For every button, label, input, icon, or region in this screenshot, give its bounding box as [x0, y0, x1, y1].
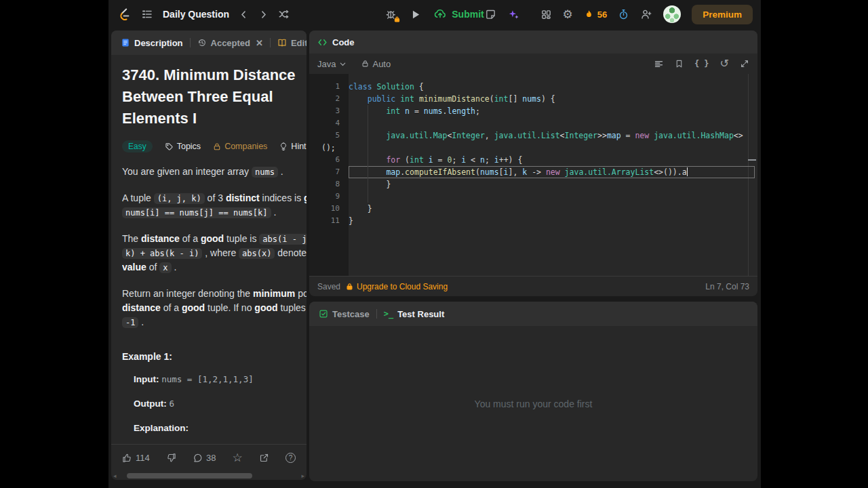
description-paragraphs: You are given an integer array nums .A t…: [122, 165, 307, 329]
next-question-icon[interactable]: [258, 9, 269, 20]
code-editor[interactable]: 1class Solution {2 public int minimumDis…: [309, 74, 757, 276]
thumbs-down-icon: [166, 453, 176, 463]
format-code-icon[interactable]: [654, 59, 664, 69]
text-line: Return an integer denoting the minimum p…: [122, 287, 307, 301]
code-line[interactable]: 9: [309, 190, 757, 203]
feedback-help-icon[interactable]: ?: [285, 453, 296, 463]
like-count: 114: [136, 453, 150, 463]
premium-button[interactable]: Premium: [692, 5, 753, 24]
favorite-star-icon[interactable]: ☆: [233, 452, 243, 464]
paragraph: A tuple (i, j, k) of 3 distinct indices …: [122, 191, 307, 220]
problem-list-icon[interactable]: [141, 8, 153, 20]
share-icon[interactable]: [259, 453, 269, 463]
tab-accepted[interactable]: Accepted ✕: [195, 38, 266, 48]
settings-gear-icon[interactable]: ⚙: [563, 9, 573, 20]
problem-title: 3740. Minimum Distance Between Three Equ…: [122, 64, 307, 129]
code-line[interactable]: 3 int n = nums.length;: [309, 105, 757, 117]
scroll-left-icon[interactable]: ◂: [113, 472, 119, 479]
code-line[interactable]: 2 public int minimumDistance(int[] nums)…: [309, 93, 757, 105]
example-line: Explanation:: [134, 422, 307, 436]
text-line: k) + abs(k - i) , where abs(x) denotes t…: [122, 246, 307, 260]
topics-tag[interactable]: Topics: [165, 142, 201, 151]
fullscreen-icon[interactable]: [740, 59, 749, 68]
code-panel-header: Code: [309, 30, 757, 54]
streak-count: 56: [597, 9, 607, 20]
add-user-icon[interactable]: [640, 8, 652, 20]
dislike-button[interactable]: [166, 453, 176, 463]
editor-status-bar: Saved Upgrade to Cloud Saving Ln 7, Col …: [309, 276, 757, 296]
example-block: Input: nums = [1,2,1,1,3]Output: 6Explan…: [134, 373, 307, 436]
debug-icon[interactable]: [385, 8, 397, 20]
code-line[interactable]: 10 }: [309, 203, 757, 215]
comment-count: 38: [206, 453, 216, 463]
line-number: 10: [309, 203, 349, 215]
lock-icon: [361, 60, 369, 68]
scrollbar-track[interactable]: [119, 473, 299, 479]
line-number: 5: [309, 129, 349, 142]
scroll-right-icon[interactable]: ▸: [299, 472, 304, 479]
streak-counter[interactable]: 56: [584, 9, 607, 20]
companies-tag[interactable]: Companies: [213, 142, 267, 151]
line-number: 7: [309, 166, 349, 178]
language-select[interactable]: Java: [317, 59, 347, 69]
code-line[interactable]: 8 }: [309, 178, 757, 190]
code-panel: Code Java Auto { } ↺: [309, 30, 757, 296]
description-doc-icon: [121, 38, 130, 47]
like-button[interactable]: 114: [122, 453, 150, 463]
line-number: 4: [309, 117, 349, 129]
layout-grid-icon[interactable]: [540, 9, 552, 20]
notes-icon[interactable]: [485, 9, 496, 20]
letterbox-background: Daily Question: [0, 0, 868, 488]
horizontal-scrollbar[interactable]: ◂ ▸: [111, 471, 307, 480]
description-tabbar: Description Accepted ✕ Editorial: [111, 30, 307, 55]
text-cursor: [687, 167, 688, 176]
text-line: nums[i] == nums[j] == nums[k] .: [122, 205, 307, 220]
comment-bubble-icon: [193, 453, 203, 463]
reset-code-icon[interactable]: ↺: [720, 58, 729, 69]
code-panel-title: Code: [332, 37, 355, 47]
run-icon[interactable]: [410, 9, 421, 20]
check-square-icon: [319, 309, 328, 319]
hint-tag[interactable]: Hint: [279, 142, 306, 151]
code-line[interactable]: 6 for (int i = 0; i < n; i++) {: [309, 154, 757, 166]
submit-button[interactable]: Submit: [433, 7, 484, 21]
difficulty-badge[interactable]: Easy: [122, 140, 153, 152]
ai-sparkles-icon[interactable]: [507, 8, 520, 21]
cursor-position: Ln 7, Col 73: [705, 282, 749, 291]
code-line[interactable]: 4: [309, 117, 757, 129]
description-panel: Description Accepted ✕ Editorial 3740. M…: [111, 30, 307, 480]
auto-toggle[interactable]: Auto: [361, 59, 391, 69]
leetcode-logo-icon[interactable]: [117, 7, 132, 22]
paragraph: Return an integer denoting the minimum p…: [122, 287, 307, 329]
upgrade-cloud-saving-link[interactable]: Upgrade to Cloud Saving: [346, 282, 448, 291]
line-number: 9: [309, 190, 349, 203]
tab-testcase[interactable]: Testcase: [316, 309, 372, 319]
lock-icon: [346, 283, 353, 291]
divider: [270, 38, 271, 47]
editor-toolbar: Java Auto { } ↺: [309, 54, 757, 74]
daily-question-label[interactable]: Daily Question: [163, 9, 229, 20]
snippets-braces-icon[interactable]: { }: [694, 60, 709, 68]
close-tab-icon[interactable]: ✕: [256, 38, 263, 48]
code-line[interactable]: 1class Solution {: [309, 81, 757, 93]
tab-test-result[interactable]: >_ Test Result: [381, 309, 448, 319]
line-number: 1: [309, 81, 349, 93]
code-line[interactable]: 5 java.util.Map<Integer, java.util.List<…: [309, 129, 757, 142]
code-line[interactable]: 11}: [309, 215, 757, 227]
code-line[interactable]: 7 map.computeIfAbsent(nums[i], k -> new …: [309, 166, 757, 178]
scrollbar-thumb[interactable]: [127, 473, 252, 479]
tab-editorial[interactable]: Editorial: [275, 38, 307, 48]
line-number: 3: [309, 105, 349, 117]
user-avatar[interactable]: [663, 5, 681, 23]
comments-button[interactable]: 38: [193, 453, 216, 463]
prev-question-icon[interactable]: [239, 9, 249, 20]
code-lines[interactable]: 1class Solution {2 public int minimumDis…: [309, 81, 757, 227]
code-line[interactable]: ();: [309, 142, 757, 154]
tab-description[interactable]: Description: [118, 38, 186, 48]
timer-icon[interactable]: [618, 9, 629, 20]
random-question-icon[interactable]: [278, 8, 290, 20]
example-line: Output: 6: [134, 397, 307, 411]
bookmark-icon[interactable]: [675, 59, 684, 68]
text-line: value of x .: [122, 260, 307, 274]
tag-row: Easy Topics Companies: [122, 140, 307, 152]
